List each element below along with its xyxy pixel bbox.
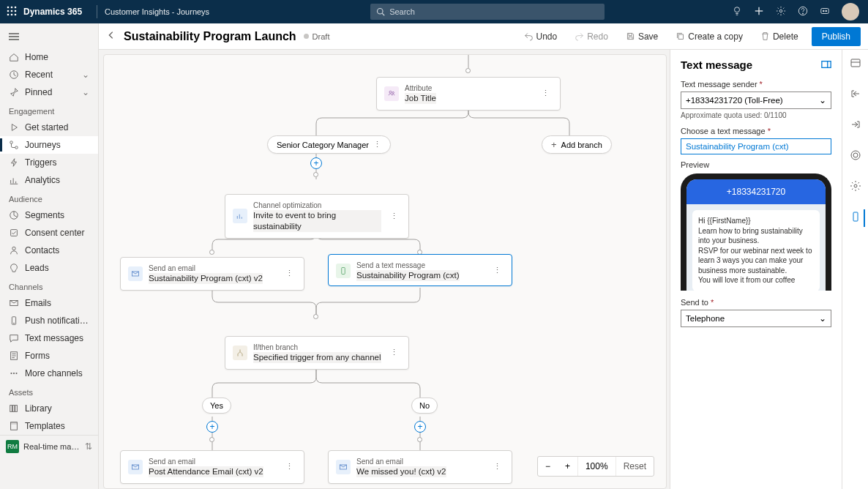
expand-panel-icon[interactable]: [821, 59, 831, 71]
sender-select[interactable]: +18334231720 (Toll-Free)⌄: [681, 92, 831, 109]
nav-recent[interactable]: Recent⌄: [0, 66, 98, 83]
nav-get-started[interactable]: Get started: [0, 119, 98, 136]
svg-point-4: [11, 10, 13, 12]
rail-copilot-icon[interactable]: [847, 54, 864, 75]
rail-goal-icon[interactable]: [847, 146, 864, 167]
svg-rect-54: [851, 59, 860, 67]
save-button[interactable]: Save: [621, 29, 662, 45]
svg-point-57: [854, 184, 857, 187]
nav-analytics[interactable]: Analytics: [0, 171, 98, 189]
node-send-email-yes[interactable]: Send an emailPost Attendance Email (cxt)…: [120, 450, 304, 484]
nav-area-switcher[interactable]: RM Real-time marketi... ⇅: [0, 435, 98, 458]
user-avatar[interactable]: [842, 3, 859, 20]
nav-push-notifications[interactable]: Push notifications: [0, 312, 98, 329]
rail-properties-icon[interactable]: [847, 208, 864, 228]
pill-more-icon[interactable]: ⋮: [373, 140, 381, 149]
create-copy-button[interactable]: Create a copy: [671, 29, 747, 45]
attribute-icon: [384, 86, 399, 101]
add-node-button[interactable]: +: [310, 157, 322, 169]
preview-message-body: Hi {{FirstName}} Learn how to bring sust…: [692, 210, 820, 291]
nav-text-messages[interactable]: Text messages: [0, 329, 98, 347]
nav-section-audience: Audience: [0, 189, 98, 206]
svg-point-16: [802, 12, 803, 13]
svg-marker-24: [12, 124, 17, 131]
journey-canvas[interactable]: AttributeJob Title ⋮ Senior Category Man…: [103, 54, 667, 489]
svg-point-47: [392, 92, 394, 93]
svg-point-29: [12, 247, 15, 250]
email-icon: [336, 460, 351, 474]
node-attribute[interactable]: AttributeJob Title ⋮: [376, 77, 561, 111]
nav-journeys[interactable]: Journeys: [0, 136, 98, 154]
svg-point-18: [823, 10, 824, 12]
node-send-email-no[interactable]: Send an emailWe missed you! (cxt) v2 ⋮: [328, 450, 512, 484]
nav-collapse-button[interactable]: [0, 26, 98, 48]
branch-yes-pill[interactable]: Yes: [202, 397, 231, 414]
node-more-icon[interactable]: ⋮: [387, 212, 401, 221]
send-to-select[interactable]: Telephone⌄: [681, 310, 831, 327]
message-select[interactable]: Sustainability Program (cxt): [681, 138, 831, 154]
node-more-icon[interactable]: ⋮: [283, 462, 296, 471]
add-node-button[interactable]: +: [206, 421, 218, 433]
quota-hint: Approximate quota used: 0/1100: [681, 111, 831, 119]
zoom-reset-button[interactable]: Reset: [616, 457, 654, 476]
svg-rect-58: [853, 212, 858, 221]
nav-emails[interactable]: Emails: [0, 294, 98, 312]
branch-pill-senior-manager[interactable]: Senior Category Manager⋮: [267, 135, 391, 154]
settings-gear-icon[interactable]: [776, 6, 786, 18]
chevron-up-down-icon: ⇅: [85, 441, 92, 452]
publish-button[interactable]: Publish: [812, 27, 861, 46]
node-more-icon[interactable]: ⋮: [387, 348, 401, 357]
zoom-out-button[interactable]: −: [538, 457, 558, 476]
add-node-button[interactable]: +: [414, 421, 426, 433]
svg-rect-45: [678, 34, 684, 40]
zoom-in-button[interactable]: +: [558, 457, 577, 476]
sms-preview: +18334231720 Hi {{FirstName}} Learn how …: [681, 173, 831, 291]
lightbulb-icon[interactable]: [732, 6, 742, 18]
nav-more-channels[interactable]: More channels: [0, 365, 98, 382]
branch-icon: [233, 346, 247, 360]
rail-settings-icon[interactable]: [847, 177, 864, 198]
svg-point-3: [7, 10, 10, 12]
redo-button[interactable]: Redo: [570, 29, 613, 45]
nav-templates[interactable]: Templates: [0, 417, 98, 435]
delete-button[interactable]: Delete: [756, 29, 803, 45]
back-button[interactable]: [106, 30, 116, 42]
node-more-icon[interactable]: ⋮: [283, 269, 296, 278]
node-more-icon[interactable]: ⋮: [490, 462, 504, 471]
nav-library[interactable]: Library: [0, 400, 98, 417]
svg-point-32: [14, 323, 15, 324]
node-send-text-message[interactable]: Send a text messageSustainability Progra…: [328, 254, 512, 286]
undo-button[interactable]: Undo: [520, 29, 562, 45]
nav-segments[interactable]: Segments: [0, 206, 98, 224]
node-send-email-left[interactable]: Send an emailSustainability Program (cxt…: [120, 257, 304, 291]
status-badge: Draft: [304, 32, 330, 41]
nav-forms[interactable]: Forms: [0, 347, 98, 365]
node-channel-optimization[interactable]: Channel optimizationInvite to event to b…: [225, 194, 409, 239]
global-search-input[interactable]: Search: [370, 4, 605, 20]
nav-leads[interactable]: Leads: [0, 259, 98, 277]
rail-enter-icon[interactable]: [847, 85, 864, 105]
help-icon[interactable]: [798, 6, 808, 18]
add-icon[interactable]: [754, 6, 764, 18]
nav-triggers[interactable]: Triggers: [0, 154, 98, 171]
node-more-icon[interactable]: ⋮: [490, 266, 504, 275]
add-branch-button[interactable]: +Add branch: [542, 135, 612, 154]
app-launcher-icon[interactable]: [0, 6, 23, 18]
nav-consent-center[interactable]: Consent center: [0, 224, 98, 242]
node-if-then-branch[interactable]: If/then branchSpecified trigger from any…: [225, 336, 409, 370]
assistant-icon[interactable]: [820, 6, 830, 18]
app-name-label: Customer Insights - Journeys: [105, 7, 209, 16]
branch-no-pill[interactable]: No: [411, 397, 438, 414]
node-more-icon[interactable]: ⋮: [539, 89, 553, 98]
preview-label: Preview: [681, 160, 831, 169]
svg-point-25: [10, 141, 13, 144]
nav-pinned[interactable]: Pinned⌄: [0, 83, 98, 101]
nav-home[interactable]: Home: [0, 48, 98, 66]
rail-exit-icon[interactable]: [847, 116, 864, 136]
nav-contacts[interactable]: Contacts: [0, 242, 98, 259]
brand-label: Dynamics 365: [23, 7, 89, 17]
svg-rect-42: [15, 406, 18, 412]
svg-rect-49: [342, 267, 345, 274]
svg-point-14: [779, 10, 782, 12]
optimization-icon: [233, 209, 247, 223]
